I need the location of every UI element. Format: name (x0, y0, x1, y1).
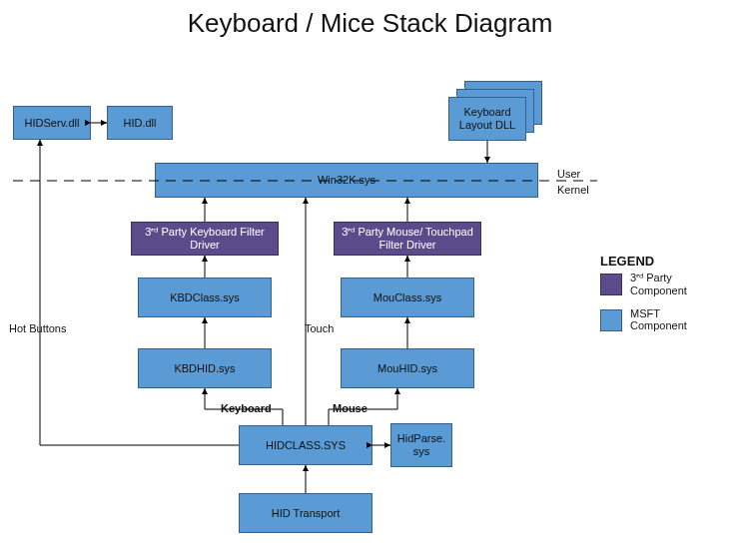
legend-label-msft: MSFT Component (630, 307, 700, 331)
label-user: User (557, 168, 580, 180)
legend-swatch-msft (600, 309, 622, 331)
box-kbdlayout: Keyboard Layout DLL (448, 97, 526, 141)
box-mouhid: MouHID.sys (341, 348, 474, 388)
box-hidparse: HidParse. sys (390, 423, 452, 467)
box-kbdclass: KBDClass.sys (138, 278, 272, 317)
legend-swatch-3rdparty (600, 274, 622, 295)
box-hidserv: HIDServ.dll (13, 106, 91, 140)
legend-title: LEGEND (600, 254, 654, 269)
label-touch: Touch (305, 322, 334, 334)
box-mouclass: MouClass.sys (341, 278, 474, 317)
box-kbd-filter: 3ʳᵈ Party Keyboard Filter Driver (131, 222, 279, 256)
box-hidclass: HIDCLASS.SYS (239, 425, 372, 465)
label-kernel: Kernel (557, 184, 589, 196)
box-kbdhid: KBDHID.sys (138, 348, 272, 388)
label-keyboard: Keyboard (221, 402, 272, 414)
box-mouse-filter: 3ʳᵈ Party Mouse/ Touchpad Filter Driver (334, 222, 481, 256)
label-hotbuttons: Hot Buttons (9, 322, 66, 334)
label-mouse: Mouse (333, 402, 368, 414)
legend-label-3rdparty: 3ʳᵈ Party Component (630, 272, 700, 296)
box-win32k: Win32K.sys (155, 163, 538, 198)
box-hidtransport: HID Transport (239, 493, 372, 533)
box-hiddll: HID.dll (107, 106, 173, 140)
page-title: Keyboard / Mice Stack Diagram (0, 8, 740, 39)
